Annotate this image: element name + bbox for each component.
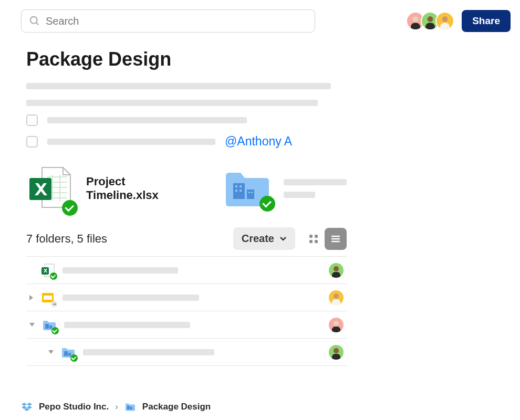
avatar[interactable] <box>329 263 344 278</box>
svg-rect-5 <box>425 23 435 29</box>
breadcrumb-root[interactable]: Pepo Studio Inc. <box>39 402 109 412</box>
share-button[interactable]: Share <box>462 10 511 32</box>
main-content: Package Design @Anthony A <box>0 33 368 366</box>
folder-icon <box>224 169 272 208</box>
list-icon <box>330 233 341 245</box>
breadcrumb-separator: › <box>115 402 118 412</box>
checkbox-icon[interactable] <box>26 136 38 148</box>
file-name: Project Timeline.xlsx <box>86 175 187 202</box>
excel-file-icon <box>40 263 55 278</box>
svg-point-0 <box>30 17 37 24</box>
checkbox-icon[interactable] <box>26 114 38 126</box>
svg-rect-40 <box>45 324 49 329</box>
expand-down-icon[interactable] <box>29 323 35 327</box>
folder-icon <box>124 401 136 413</box>
avatar[interactable] <box>329 345 344 360</box>
svg-point-33 <box>334 266 339 271</box>
folder-name-placeholder <box>284 179 347 185</box>
svg-rect-44 <box>64 351 68 356</box>
list-item[interactable] <box>26 284 347 311</box>
file-list <box>26 256 347 366</box>
sync-check-icon <box>62 200 78 216</box>
search-input-wrapper[interactable] <box>21 9 315 33</box>
svg-rect-27 <box>315 240 318 243</box>
svg-point-46 <box>334 348 339 353</box>
svg-point-4 <box>428 16 433 22</box>
svg-marker-48 <box>22 403 27 406</box>
slides-file-icon <box>40 290 55 305</box>
grid-view-button[interactable] <box>303 228 325 250</box>
list-item[interactable] <box>26 311 347 339</box>
page-title: Package Design <box>26 48 347 70</box>
svg-rect-16 <box>233 183 245 199</box>
checklist-item[interactable]: @Anthony A <box>26 134 347 149</box>
svg-point-42 <box>334 321 339 326</box>
svg-rect-47 <box>332 354 340 360</box>
svg-rect-26 <box>309 240 313 243</box>
svg-point-38 <box>334 293 339 299</box>
avatar[interactable] <box>329 318 344 332</box>
cloud-icon <box>51 301 57 307</box>
view-toggle <box>303 228 347 250</box>
dropbox-icon <box>21 401 33 413</box>
topbar: Share <box>0 0 520 33</box>
svg-point-6 <box>442 16 448 22</box>
folder-summary-row: 7 folders, 5 files Create <box>26 227 347 250</box>
svg-rect-39 <box>332 299 340 305</box>
checklist-item[interactable] <box>26 114 347 126</box>
checklist-text-placeholder <box>47 139 215 145</box>
svg-rect-20 <box>240 190 242 192</box>
grid-icon <box>308 234 319 244</box>
svg-line-1 <box>36 23 39 25</box>
checklist-text-placeholder <box>47 117 247 123</box>
svg-rect-45 <box>68 353 71 356</box>
chevron-down-icon <box>279 235 287 243</box>
svg-rect-34 <box>332 272 340 278</box>
folder-name-placeholder <box>64 322 190 328</box>
search-icon <box>29 15 40 27</box>
list-item[interactable] <box>26 257 347 284</box>
topbar-right: Share <box>406 10 511 32</box>
svg-rect-41 <box>49 326 52 329</box>
sync-check-icon <box>70 354 78 362</box>
svg-rect-54 <box>130 407 132 410</box>
svg-marker-49 <box>27 403 32 406</box>
svg-rect-18 <box>240 185 242 187</box>
svg-rect-22 <box>248 192 250 193</box>
file-card-folder[interactable] <box>224 169 347 208</box>
list-item[interactable] <box>26 339 347 366</box>
mention-link[interactable]: @Anthony A <box>225 134 292 149</box>
folder-icon <box>61 345 76 360</box>
sync-check-icon <box>51 327 59 334</box>
file-name-placeholder <box>63 295 199 301</box>
sync-check-icon <box>259 196 275 212</box>
avatar-stack[interactable] <box>406 12 454 30</box>
sync-check-icon <box>50 272 57 280</box>
svg-rect-3 <box>411 23 420 29</box>
folder-meta-placeholder <box>284 192 315 198</box>
expand-right-icon[interactable] <box>29 295 33 300</box>
create-button-label: Create <box>242 233 274 245</box>
avatar[interactable] <box>435 12 454 30</box>
svg-rect-25 <box>315 235 318 238</box>
file-card-excel[interactable]: Project Timeline.xlsx <box>26 164 187 213</box>
list-view-button[interactable] <box>325 228 347 250</box>
breadcrumb-current[interactable]: Package Design <box>142 402 211 412</box>
folder-icon <box>42 318 57 332</box>
expand-down-icon[interactable] <box>48 350 54 354</box>
search-input[interactable] <box>46 15 307 27</box>
description-placeholder <box>26 83 347 106</box>
svg-rect-19 <box>235 190 237 192</box>
svg-rect-23 <box>251 192 253 193</box>
avatar[interactable] <box>329 290 344 305</box>
svg-rect-36 <box>44 296 52 300</box>
excel-file-icon <box>26 164 75 213</box>
svg-rect-43 <box>332 327 340 332</box>
folder-name-placeholder <box>83 349 214 355</box>
svg-rect-24 <box>309 235 313 238</box>
create-button[interactable]: Create <box>233 227 295 250</box>
svg-rect-53 <box>127 406 130 410</box>
svg-rect-7 <box>440 23 450 29</box>
svg-rect-21 <box>247 190 254 199</box>
breadcrumb: Pepo Studio Inc. › Package Design <box>21 401 211 413</box>
